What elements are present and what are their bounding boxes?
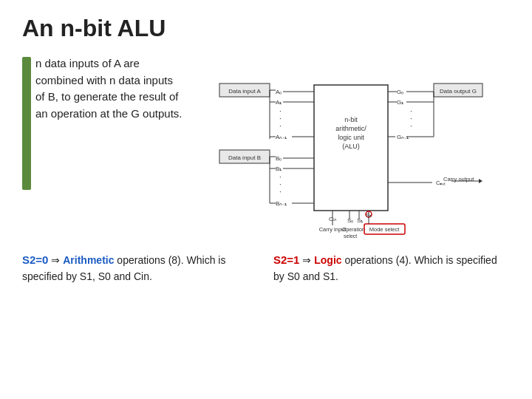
svg-text:select: select	[344, 233, 357, 239]
s2-right-label: S2=1	[273, 253, 299, 266]
bottom-left-panel: S2=0 ⇒ Arithmetic operations (8). Which …	[22, 252, 266, 284]
svg-text:Mode select: Mode select	[369, 226, 400, 233]
svg-text:G₀: G₀	[397, 89, 403, 95]
svg-text:Data output G: Data output G	[440, 88, 477, 95]
svg-marker-69	[479, 179, 482, 183]
svg-text:B₀: B₀	[276, 155, 282, 162]
bottom-row: S2=0 ⇒ Arithmetic operations (8). Which …	[22, 252, 510, 284]
svg-text:arithmetic/: arithmetic/	[335, 125, 366, 132]
alu-diagram: n-bit arithmetic/ logic unit (ALU) Data …	[218, 55, 484, 240]
svg-text:A₁: A₁	[276, 99, 282, 106]
s2-right-arrow: ⇒	[302, 254, 314, 266]
s2-right-type: Logic	[314, 254, 341, 266]
svg-text:S₂: S₂	[366, 213, 372, 218]
svg-text:B₁: B₁	[276, 166, 282, 172]
svg-text:·: ·	[279, 122, 282, 130]
svg-text:S₀: S₀	[347, 217, 353, 224]
svg-text:Operation: Operation	[342, 227, 365, 233]
svg-text:Cᵢₙ: Cᵢₙ	[329, 216, 336, 222]
svg-text:Bₙ₋₁: Bₙ₋₁	[276, 200, 287, 207]
slide: An n-bit ALU n data inputs of A are comb…	[0, 0, 532, 399]
diagram-area: n-bit arithmetic/ logic unit (ALU) Data …	[192, 55, 510, 240]
bullet-text: n data inputs of A are combined with n d…	[35, 55, 185, 122]
bullet-block: n data inputs of A are combined with n d…	[22, 55, 185, 190]
svg-text:A₀: A₀	[276, 89, 282, 95]
svg-text:n-bit: n-bit	[344, 116, 358, 123]
svg-text:S₁: S₁	[357, 217, 363, 224]
bullet-bar	[22, 57, 31, 190]
svg-text:logic unit: logic unit	[338, 134, 364, 141]
svg-text:Data input A: Data input A	[228, 88, 261, 95]
bottom-right-panel: S2=1 ⇒ Logic operations (4). Which is sp…	[266, 252, 510, 284]
svg-text:Carry output: Carry output	[443, 176, 474, 183]
content-row: n data inputs of A are combined with n d…	[22, 55, 510, 240]
s2-left-arrow: ⇒	[51, 254, 63, 266]
svg-text:·: ·	[410, 122, 412, 130]
left-panel: n data inputs of A are combined with n d…	[22, 55, 185, 197]
svg-text:Aₙ₋₁: Aₙ₋₁	[276, 134, 287, 140]
s2-left-label: S2=0	[22, 253, 48, 266]
svg-text:(ALU): (ALU)	[342, 143, 360, 150]
slide-title: An n-bit ALU	[22, 15, 510, 42]
svg-text:·: ·	[279, 188, 282, 196]
s2-left-type: Arithmetic	[63, 254, 114, 266]
svg-text:G₁: G₁	[397, 99, 403, 106]
svg-text:Data input B: Data input B	[228, 154, 261, 161]
